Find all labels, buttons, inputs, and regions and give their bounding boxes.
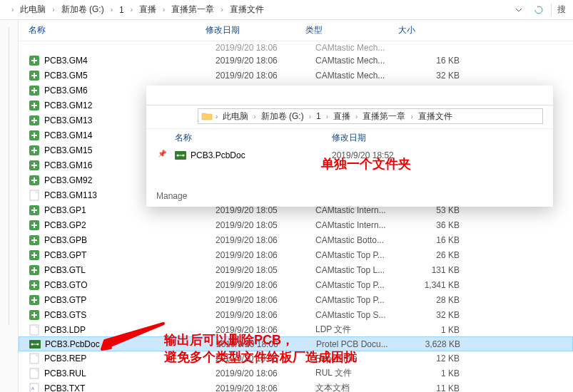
camt-file-icon bbox=[29, 130, 40, 141]
file-name: PCB3.GM6 bbox=[44, 86, 88, 96]
header-size[interactable]: 大小 bbox=[398, 24, 462, 36]
file-type: CAMtastic Mech... bbox=[315, 71, 408, 81]
breadcrumb-segment[interactable]: 直播第一章 bbox=[169, 2, 216, 17]
file-date: 2019/9/20 18:06 bbox=[215, 310, 315, 320]
camt-file-icon bbox=[29, 85, 40, 96]
camt-file-icon bbox=[29, 145, 40, 156]
file-type: CAMtastic Botto... bbox=[315, 235, 408, 245]
file-size: 11 KB bbox=[408, 383, 472, 393]
file-size: 1 KB bbox=[408, 368, 472, 378]
overlay-header-name: 名称 bbox=[175, 132, 332, 144]
camt-file-icon bbox=[29, 100, 40, 111]
file-row[interactable]: PCB3.GP22019/9/20 18:05CAMtastic Intern.… bbox=[19, 217, 573, 232]
file-row[interactable]: PCB3.GTO2019/9/20 18:06CAMtastic Top P..… bbox=[19, 277, 573, 292]
overlay-explorer: ›此电脑 ›新加卷 (G:) ›1 ›直播 ›直播第一章 ›直播文件 📌 名称 … bbox=[146, 86, 553, 207]
file-type: CAMtastic Top P... bbox=[315, 295, 408, 305]
up-icon bbox=[175, 109, 189, 123]
file-row[interactable]: PCB3.PcbDoc2019/9/20 18:06Protel PCB Doc… bbox=[19, 336, 573, 351]
file-size: 36 KB bbox=[408, 220, 472, 230]
file-name: PCB3.REP bbox=[44, 354, 86, 363]
overlay-file-row: PCB3.PcbDoc 2019/9/20 18:52 bbox=[146, 147, 553, 164]
nav-sidebar bbox=[0, 20, 19, 392]
camt-file-icon bbox=[29, 55, 40, 66]
file-name: PCB3.GTO bbox=[44, 280, 87, 290]
file-row[interactable]: PCB3.LDP2019/9/20 18:06LDP 文件1 KB bbox=[19, 322, 573, 337]
file-date: 2019/9/20 18:06 bbox=[215, 280, 315, 290]
file-row[interactable]: PCB3.GM52019/9/20 18:06CAMtastic Mech...… bbox=[19, 68, 573, 83]
file-row[interactable]: PCB3.REP2019/9/20 18:06Report File12 KB bbox=[19, 351, 573, 366]
file-date: 2019/9/20 18:06 bbox=[215, 383, 315, 393]
overlay-file-name: PCB3.PcbDoc bbox=[191, 150, 245, 160]
file-date: 2019/9/20 18:05 bbox=[215, 265, 315, 275]
file-date: 2019/9/20 18:06 bbox=[216, 339, 316, 349]
file-type: 文本文档 bbox=[315, 382, 408, 392]
file-row-partial: 2019/9/20 18:06 CAMtastic Mech... bbox=[19, 43, 573, 53]
chevron-right-icon: › bbox=[161, 6, 166, 14]
file-date: 2019/9/20 18:06 bbox=[215, 250, 315, 260]
generic-file-icon bbox=[29, 353, 40, 364]
svg-rect-24 bbox=[30, 368, 39, 378]
breadcrumb-segment[interactable]: 1 bbox=[117, 4, 126, 16]
camt-file-icon bbox=[29, 249, 40, 261]
file-type: CAMtastic Mech... bbox=[315, 56, 408, 66]
file-name: PCB3.PcbDoc bbox=[45, 339, 100, 349]
file-date: 2019/9/20 18:06 bbox=[215, 368, 315, 378]
header-date[interactable]: 修改日期 bbox=[206, 24, 305, 36]
file-name: PCB3.RUL bbox=[44, 368, 86, 378]
svg-rect-18 bbox=[30, 325, 39, 335]
header-type[interactable]: 类型 bbox=[305, 24, 398, 36]
camt-file-icon bbox=[29, 309, 40, 321]
chevron-right-icon: › bbox=[51, 6, 56, 14]
file-name: PCB3.GM14 bbox=[44, 130, 92, 140]
breadcrumb-segment[interactable]: 直播 bbox=[137, 2, 158, 17]
chevron-right-icon: › bbox=[10, 6, 15, 14]
file-size: 28 KB bbox=[408, 295, 472, 305]
file-name: PCB3.GM4 bbox=[44, 56, 88, 66]
header-name[interactable]: 名称 bbox=[19, 24, 206, 36]
address-bar[interactable]: › 此电脑 › 新加卷 (G:) › 1 › 直播 › 直播第一章 › 直播文件… bbox=[0, 0, 573, 20]
file-name: PCB3.GM5 bbox=[44, 71, 88, 81]
file-row[interactable]: PCB3.GTP2019/9/20 18:06CAMtastic Top P..… bbox=[19, 292, 573, 307]
breadcrumb-segment[interactable]: 新加卷 (G:) bbox=[59, 2, 106, 17]
file-row[interactable]: PCB3.RUL2019/9/20 18:06RUL 文件1 KB bbox=[19, 366, 573, 381]
txt-file-icon: A bbox=[29, 383, 40, 393]
breadcrumb-segment[interactable]: 直播文件 bbox=[228, 2, 266, 17]
file-row[interactable]: APCB3.TXT2019/9/20 18:06文本文档11 KB bbox=[19, 381, 573, 392]
file-size: 3,628 KB bbox=[409, 339, 473, 349]
file-row[interactable]: PCB3.GM42019/9/20 18:06CAMtastic Mech...… bbox=[19, 53, 573, 68]
chevron-right-icon: › bbox=[109, 6, 114, 14]
file-type: RUL 文件 bbox=[315, 367, 408, 379]
column-headers[interactable]: 名称 修改日期 类型 大小 bbox=[19, 20, 573, 41]
camt-file-icon bbox=[29, 175, 40, 186]
file-type: LDP 文件 bbox=[315, 324, 408, 336]
search-hint[interactable]: 搜 bbox=[551, 4, 566, 16]
file-date: 2019/9/20 18:06 bbox=[215, 325, 315, 335]
refresh-button[interactable] bbox=[531, 2, 547, 18]
pcb-file-icon bbox=[29, 339, 41, 350]
file-row[interactable]: PCB3.GPB2019/9/20 18:06CAMtastic Botto..… bbox=[19, 232, 573, 247]
file-row[interactable]: PCB3.GPT2019/9/20 18:06CAMtastic Top P..… bbox=[19, 247, 573, 262]
svg-rect-23 bbox=[30, 354, 39, 363]
pcb-file-icon bbox=[175, 150, 186, 161]
file-row[interactable]: PCB3.GTL2019/9/20 18:05CAMtastic Top L..… bbox=[19, 262, 573, 277]
chevron-right-icon: › bbox=[219, 6, 224, 14]
back-icon bbox=[159, 109, 173, 123]
file-size: 16 KB bbox=[408, 235, 472, 245]
generic-file-icon bbox=[29, 368, 40, 379]
camt-file-icon bbox=[29, 294, 40, 306]
file-name: PCB3.GM113 bbox=[44, 190, 97, 200]
file-date: 2019/9/20 18:06 bbox=[215, 235, 315, 245]
folder-icon bbox=[201, 110, 213, 122]
camt-file-icon bbox=[29, 70, 40, 81]
dropdown-button[interactable] bbox=[511, 2, 527, 18]
file-name: PCB3.GM12 bbox=[44, 100, 92, 110]
camt-file-icon bbox=[29, 279, 40, 291]
file-type: CAMtastic Top S... bbox=[315, 310, 408, 320]
file-name: PCB3.GPT bbox=[44, 250, 86, 260]
chevron-right-icon: › bbox=[129, 6, 134, 14]
breadcrumb-segment[interactable]: 此电脑 bbox=[18, 2, 48, 17]
file-name: PCB3.GM15 bbox=[44, 145, 92, 155]
file-type: CAMtastic Top L... bbox=[315, 265, 408, 275]
file-name: PCB3.GTL bbox=[44, 265, 86, 275]
file-row[interactable]: PCB3.GTS2019/9/20 18:06CAMtastic Top S..… bbox=[19, 307, 573, 322]
